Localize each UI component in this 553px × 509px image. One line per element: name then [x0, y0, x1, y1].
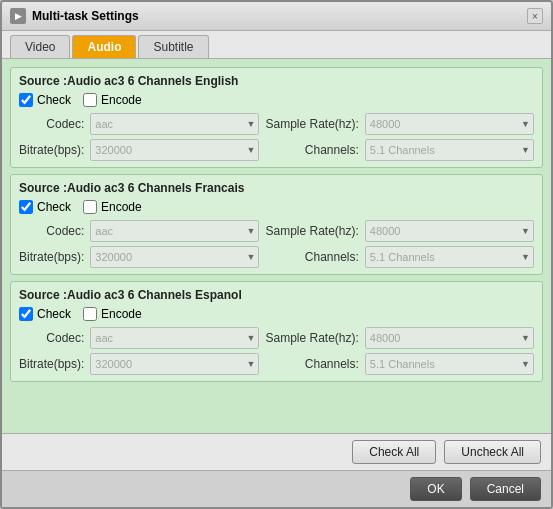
bitrate-select-2[interactable]: 320000: [90, 246, 259, 268]
check-all-button[interactable]: Check All: [352, 440, 436, 464]
codec-select-wrapper-2: aac ▼: [90, 220, 259, 242]
bitrate-select-wrapper-3: 320000 ▼: [90, 353, 259, 375]
audio-section-3: Source :Audio ac3 6 Channels Espanol Che…: [10, 281, 543, 382]
uncheck-all-button[interactable]: Uncheck All: [444, 440, 541, 464]
section-2-check-label[interactable]: Check: [19, 200, 71, 214]
title-left: ▶ Multi-task Settings: [10, 8, 139, 24]
codec-select-wrapper-1: aac ▼: [90, 113, 259, 135]
channels-select-wrapper-1: 5.1 Channels ▼: [365, 139, 534, 161]
section-3-title: Source :Audio ac3 6 Channels Espanol: [19, 288, 534, 302]
codec-label-1: Codec:: [19, 117, 84, 131]
codec-label-3: Codec:: [19, 331, 84, 345]
cancel-button[interactable]: Cancel: [470, 477, 541, 501]
sample-rate-select-wrapper-1: 48000 ▼: [365, 113, 534, 135]
codec-select-2[interactable]: aac: [90, 220, 259, 242]
close-button[interactable]: ×: [527, 8, 543, 24]
section-1-check-checkbox[interactable]: [19, 93, 33, 107]
audio-section-1: Source :Audio ac3 6 Channels English Che…: [10, 67, 543, 168]
section-2-check-row: Check Encode: [19, 200, 534, 214]
sample-rate-select-wrapper-2: 48000 ▼: [365, 220, 534, 242]
sample-rate-label-1: Sample Rate(hz):: [265, 117, 358, 131]
codec-label-2: Codec:: [19, 224, 84, 238]
tab-subtitle[interactable]: Subtitle: [138, 35, 208, 58]
section-2-title: Source :Audio ac3 6 Channels Francais: [19, 181, 534, 195]
section-1-check-row: Check Encode: [19, 93, 534, 107]
section-1-title: Source :Audio ac3 6 Channels English: [19, 74, 534, 88]
channels-label-1: Channels:: [265, 143, 358, 157]
section-1-check-label[interactable]: Check: [19, 93, 71, 107]
main-content: Source :Audio ac3 6 Channels English Che…: [2, 59, 551, 433]
audio-section-2: Source :Audio ac3 6 Channels Francais Ch…: [10, 174, 543, 275]
codec-select-wrapper-3: aac ▼: [90, 327, 259, 349]
section-3-check-row: Check Encode: [19, 307, 534, 321]
tab-video[interactable]: Video: [10, 35, 70, 58]
bitrate-label-2: Bitrate(bps):: [19, 250, 84, 264]
section-2-encode-checkbox[interactable]: [83, 200, 97, 214]
section-1-encode-checkbox[interactable]: [83, 93, 97, 107]
window-title: Multi-task Settings: [32, 9, 139, 23]
app-icon: ▶: [10, 8, 26, 24]
tab-bar: Video Audio Subtitle: [2, 31, 551, 59]
bitrate-select-wrapper-1: 320000 ▼: [90, 139, 259, 161]
codec-select-1[interactable]: aac: [90, 113, 259, 135]
section-2-encode-label[interactable]: Encode: [83, 200, 142, 214]
bitrate-select-1[interactable]: 320000: [90, 139, 259, 161]
spacer: [10, 388, 543, 425]
title-bar: ▶ Multi-task Settings ×: [2, 2, 551, 31]
channels-label-2: Channels:: [265, 250, 358, 264]
section-1-form: Codec: aac ▼ Sample Rate(hz): 48000 ▼ Bi…: [19, 113, 534, 161]
sample-rate-select-wrapper-3: 48000 ▼: [365, 327, 534, 349]
section-3-form: Codec: aac ▼ Sample Rate(hz): 48000 ▼ Bi…: [19, 327, 534, 375]
channels-label-3: Channels:: [265, 357, 358, 371]
main-window: ▶ Multi-task Settings × Video Audio Subt…: [0, 0, 553, 509]
section-2-check-checkbox[interactable]: [19, 200, 33, 214]
section-3-encode-label[interactable]: Encode: [83, 307, 142, 321]
bottom-buttons-row1: Check All Uncheck All: [2, 433, 551, 470]
section-1-encode-label[interactable]: Encode: [83, 93, 142, 107]
section-3-check-checkbox[interactable]: [19, 307, 33, 321]
channels-select-wrapper-2: 5.1 Channels ▼: [365, 246, 534, 268]
sample-rate-label-2: Sample Rate(hz):: [265, 224, 358, 238]
sample-rate-select-2[interactable]: 48000: [365, 220, 534, 242]
sample-rate-select-1[interactable]: 48000: [365, 113, 534, 135]
bitrate-label-3: Bitrate(bps):: [19, 357, 84, 371]
codec-select-3[interactable]: aac: [90, 327, 259, 349]
bitrate-select-wrapper-2: 320000 ▼: [90, 246, 259, 268]
bottom-buttons-row2: OK Cancel: [2, 470, 551, 507]
section-2-form: Codec: aac ▼ Sample Rate(hz): 48000 ▼ Bi…: [19, 220, 534, 268]
channels-select-3[interactable]: 5.1 Channels: [365, 353, 534, 375]
section-3-encode-checkbox[interactable]: [83, 307, 97, 321]
bitrate-select-3[interactable]: 320000: [90, 353, 259, 375]
ok-button[interactable]: OK: [410, 477, 461, 501]
channels-select-wrapper-3: 5.1 Channels ▼: [365, 353, 534, 375]
channels-select-2[interactable]: 5.1 Channels: [365, 246, 534, 268]
sample-rate-label-3: Sample Rate(hz):: [265, 331, 358, 345]
channels-select-1[interactable]: 5.1 Channels: [365, 139, 534, 161]
sample-rate-select-3[interactable]: 48000: [365, 327, 534, 349]
section-3-check-label[interactable]: Check: [19, 307, 71, 321]
bitrate-label-1: Bitrate(bps):: [19, 143, 84, 157]
tab-audio[interactable]: Audio: [72, 35, 136, 58]
